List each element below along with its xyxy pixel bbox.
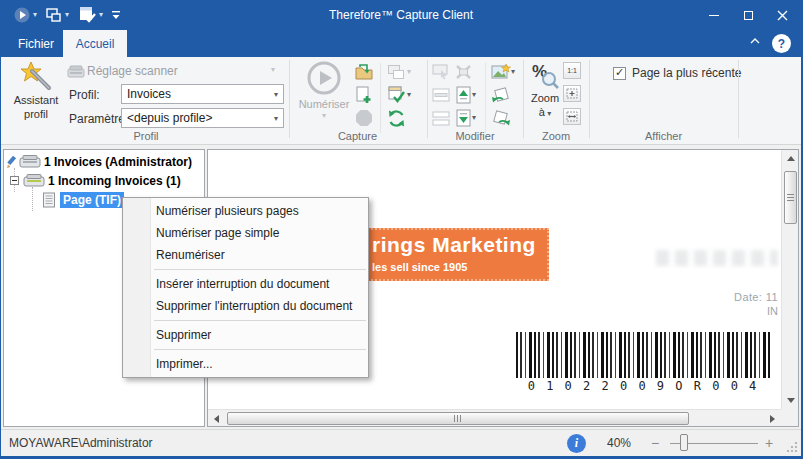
validate-document-button[interactable] — [385, 84, 407, 106]
menu-item-inserer-interruption[interactable]: Insérer interruption du document — [123, 273, 368, 295]
page-recente-label: Page la plus récente — [632, 66, 741, 80]
scanner-icon — [65, 61, 87, 83]
scan-to-folder-button[interactable] — [353, 61, 375, 83]
vertical-scrollbar[interactable] — [781, 150, 798, 409]
zoom-a-label-1: Zoom — [531, 92, 559, 104]
zoom-slider-thumb[interactable] — [680, 434, 688, 451]
reglage-scanner-button[interactable]: Réglage scanner — [87, 64, 178, 78]
parametre-combobox[interactable]: <depuis profile> — [121, 108, 284, 128]
scroll-down-button[interactable] — [782, 392, 799, 409]
refresh-button[interactable] — [385, 107, 407, 129]
profil-combobox[interactable]: Invoices — [121, 84, 284, 104]
group-label-afficher: Afficher — [589, 130, 738, 142]
menu-item-imprimer[interactable]: Imprimer... — [123, 353, 368, 375]
tab-fichier[interactable]: Fichier — [9, 30, 63, 57]
move-page-up-button[interactable] — [452, 84, 474, 106]
menu-item-renumeriser[interactable]: Renumériser — [123, 244, 368, 266]
scanner-tray-icon — [23, 173, 45, 188]
arrow-up-icon — [787, 156, 795, 161]
scroll-up-button[interactable] — [782, 150, 799, 167]
help-button[interactable] — [772, 34, 791, 53]
fit-page-icon — [566, 88, 578, 99]
banner-title: rings Marketing — [372, 233, 536, 257]
quick-access-toolbar — [1, 4, 123, 26]
collapse-ribbon-button[interactable] — [749, 37, 761, 45]
qat-more-icon — [111, 9, 121, 21]
barcode-digits: 0 1 0 2 2 0 0 9 O R 0 0 4 — [512, 379, 774, 393]
zoom-a-button[interactable]: % Zoom à ▾ — [525, 59, 565, 130]
menu-item-supprimer[interactable]: Supprimer — [123, 324, 368, 346]
page-recente-checkbox[interactable] — [613, 67, 626, 80]
horizontal-scroll-thumb[interactable] — [227, 412, 689, 425]
collapse-expander[interactable] — [10, 176, 19, 185]
minimize-button[interactable] — [697, 0, 731, 30]
context-menu: Numériser plusieurs pages Numériser page… — [122, 197, 369, 378]
image-options-dropdown[interactable]: ▾ — [511, 67, 515, 76]
validate-document-dropdown[interactable]: ▾ — [407, 90, 411, 99]
document-date-text: Date: 11 — [678, 291, 778, 303]
tree-item-page-tif[interactable]: Page (TIF) — [6, 191, 124, 208]
image-options-button[interactable] — [490, 61, 512, 83]
faint-print-text — [656, 250, 778, 266]
copy-pages-icon — [45, 7, 63, 23]
move-down-dropdown[interactable]: ▾ — [472, 113, 476, 122]
status-bar: MOYAWARE\Administrator 40% — [1, 429, 801, 456]
add-page-button[interactable] — [353, 84, 375, 106]
barcode-image — [516, 332, 770, 378]
close-button[interactable] — [765, 0, 799, 30]
group-label-zoom: Zoom — [523, 130, 589, 142]
tree-item-incoming-invoices[interactable]: 1 Incoming Invoices (1) — [6, 172, 181, 189]
ribbon-tab-row: Fichier Accueil — [1, 30, 801, 57]
tree-item-invoices[interactable]: 1 Invoices (Administrator) — [6, 153, 192, 170]
scroll-right-button[interactable] — [764, 410, 781, 427]
arrow-right-icon — [770, 415, 775, 423]
zoom-a-dropdown: ▾ — [545, 109, 551, 118]
stop-scan-button — [353, 107, 375, 129]
menu-item-numeriser-plusieurs-pages[interactable]: Numériser plusieurs pages — [123, 200, 368, 222]
rotate-right-button[interactable] — [490, 107, 512, 129]
menu-item-numeriser-page-simple[interactable]: Numériser page simple — [123, 222, 368, 244]
pencil-icon — [6, 155, 18, 169]
maximize-button[interactable] — [731, 0, 765, 30]
qat-customize-button[interactable] — [109, 4, 123, 26]
menu-item-supprimer-interruption[interactable]: Supprimer l'interruption du document — [123, 295, 368, 317]
numeriser-button[interactable]: Numériser ▾ — [295, 59, 353, 130]
move-page-down-button[interactable] — [452, 107, 474, 129]
tab-accueil[interactable]: Accueil — [63, 30, 127, 57]
minimize-icon — [709, 15, 719, 16]
banner-subtitle: les sell since 1905 — [372, 261, 467, 273]
play-circle-disabled-icon — [306, 60, 342, 96]
assistant-profil-button[interactable]: Assistant profil — [7, 59, 65, 130]
assistant-profil-label-2: profil — [24, 108, 48, 120]
qat-scan-button[interactable] — [11, 4, 39, 26]
app-window: Therefore™ Capture Client Fichier Accuei… — [0, 0, 803, 459]
tree-item-label-selected: Page (TIF) — [60, 192, 124, 208]
zoom-out-button[interactable] — [651, 435, 659, 451]
group-label-modifier: Modifier — [427, 130, 523, 142]
resize-grip[interactable] — [785, 440, 798, 453]
scroll-left-button[interactable] — [208, 410, 225, 427]
arrow-down-icon — [787, 398, 795, 403]
horizontal-scrollbar[interactable] — [208, 409, 781, 426]
copy-pages-button — [385, 61, 407, 83]
title-bar: Therefore™ Capture Client — [1, 0, 801, 30]
zoom-fit-width-button[interactable] — [563, 108, 581, 125]
merge-document-button — [430, 84, 452, 106]
menu-separator — [154, 269, 366, 270]
group-label-capture: Capture — [289, 130, 426, 142]
qat-validate-document-button[interactable] — [75, 4, 105, 26]
page-icon — [42, 192, 56, 208]
rotate-left-button[interactable] — [490, 84, 512, 106]
tree-item-label: 1 Incoming Invoices (1) — [48, 174, 181, 188]
info-icon[interactable] — [567, 434, 586, 453]
vertical-scroll-thumb[interactable] — [784, 171, 797, 224]
qat-copy-pages-button[interactable] — [43, 4, 71, 26]
reglage-scanner-dropdown: ▾ — [271, 65, 275, 74]
play-circle-icon — [13, 6, 31, 24]
maximize-icon — [744, 11, 753, 20]
chevron-up-icon — [749, 37, 761, 45]
zoom-in-button[interactable] — [765, 435, 773, 451]
move-up-dropdown[interactable]: ▾ — [472, 90, 476, 99]
zoom-actual-size-button[interactable]: 1:1 — [563, 62, 581, 79]
zoom-fit-page-button[interactable] — [563, 85, 581, 102]
